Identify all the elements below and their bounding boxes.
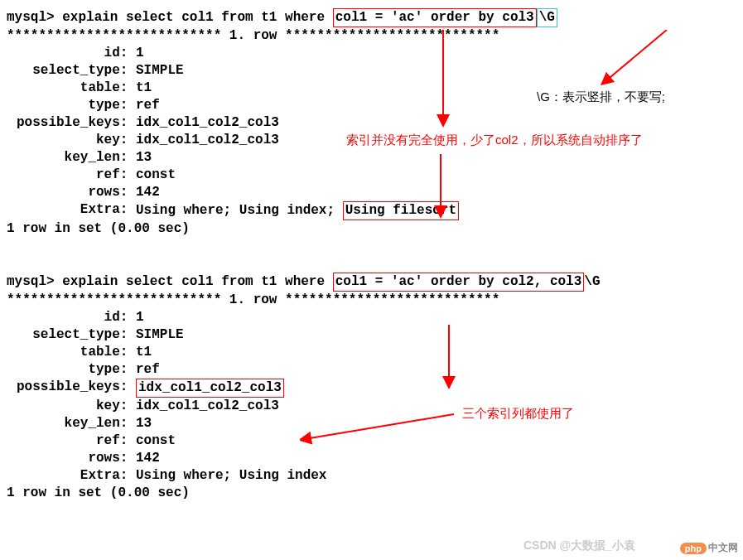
label-key-len: key_len: xyxy=(7,149,136,167)
summary-2: 1 row in set (0.00 sec) xyxy=(7,485,743,502)
arrow-left-icon xyxy=(300,413,457,446)
query-line-1: mysql> explain select col1 from t1 where… xyxy=(7,8,743,27)
summary-1: 1 row in set (0.00 sec) xyxy=(7,220,743,238)
cn-site-text: 中文网 xyxy=(708,541,738,555)
value-type-2: ref xyxy=(136,361,160,379)
arrow-down-icon-3 xyxy=(441,325,457,391)
label-rows-2: rows: xyxy=(7,450,136,467)
value-possible-keys: idx_col1_col2_col3 xyxy=(136,114,279,132)
separator-2: *************************** 1. row *****… xyxy=(7,292,743,309)
where-clause-box-2: col1 = 'ac' order by col2, col3 xyxy=(333,273,585,292)
label-table: table: xyxy=(7,80,136,97)
value-extra-2: Using where; Using index xyxy=(136,467,326,485)
value-key-len-2: 13 xyxy=(136,415,152,432)
label-key: key: xyxy=(7,132,136,149)
value-type: ref xyxy=(136,97,160,114)
label-key-len-2: key_len: xyxy=(7,415,136,432)
value-key-2: idx_col1_col2_col3 xyxy=(136,398,279,415)
where-clause-box-1: col1 = 'ac' order by col3 xyxy=(333,8,537,27)
label-key-2: key: xyxy=(7,398,136,415)
label-type-2: type: xyxy=(7,361,136,379)
label-id: id: xyxy=(7,45,136,62)
value-possible-keys-2: idx_col1_col2_col3 xyxy=(136,379,284,398)
g-switch-box: \G xyxy=(537,8,557,27)
annotation-index-note: 索引并没有完全使用，少了col2，所以系统自动排序了 xyxy=(346,133,643,148)
label-ref-2: ref: xyxy=(7,432,136,450)
label-table-2: table: xyxy=(7,344,136,361)
annotation-three-cols: 三个索引列都使用了 xyxy=(462,406,574,422)
label-extra-2: Extra: xyxy=(7,467,136,485)
php-badge: php xyxy=(680,543,707,554)
label-type: type: xyxy=(7,97,136,114)
value-rows-2: 142 xyxy=(136,450,160,467)
value-table-2: t1 xyxy=(136,344,152,361)
label-ref: ref: xyxy=(7,167,136,184)
csdn-watermark: CSDN @大数据_小袁 xyxy=(523,538,635,553)
label-possible-keys: possible_keys: xyxy=(7,114,136,132)
value-select-type-2: SIMPLE xyxy=(136,326,184,344)
site-watermark: php 中文网 xyxy=(680,541,738,555)
value-ref: const xyxy=(136,167,176,184)
label-rows: rows: xyxy=(7,184,136,201)
label-id-2: id: xyxy=(7,309,136,326)
label-extra: Extra: xyxy=(7,201,136,220)
label-possible-keys-2: possible_keys: xyxy=(7,379,136,398)
value-select-type: SIMPLE xyxy=(136,62,184,80)
label-select-type-2: select_type: xyxy=(7,326,136,344)
arrow-diag-icon-1 xyxy=(601,30,675,88)
query-line-2: mysql> explain select col1 from t1 where… xyxy=(7,273,743,292)
value-id-2: 1 xyxy=(136,309,144,326)
label-select-type: select_type: xyxy=(7,62,136,80)
value-rows: 142 xyxy=(136,184,160,201)
value-table: t1 xyxy=(136,80,152,97)
arrow-down-icon-1 xyxy=(435,30,451,129)
annotation-g-note: \G：表示竖排，不要写; xyxy=(537,89,665,105)
value-ref-2: const xyxy=(136,432,176,450)
value-key: idx_col1_col2_col3 xyxy=(136,132,279,149)
value-key-len: 13 xyxy=(136,149,152,167)
svg-line-9 xyxy=(305,414,454,439)
value-id: 1 xyxy=(136,45,144,62)
index-box: idx_col1_col2_col3 xyxy=(136,379,284,398)
value-extra: Using where; Using index; Using filesort xyxy=(136,201,459,220)
arrow-down-icon-2 xyxy=(432,154,449,220)
svg-line-3 xyxy=(605,30,667,81)
